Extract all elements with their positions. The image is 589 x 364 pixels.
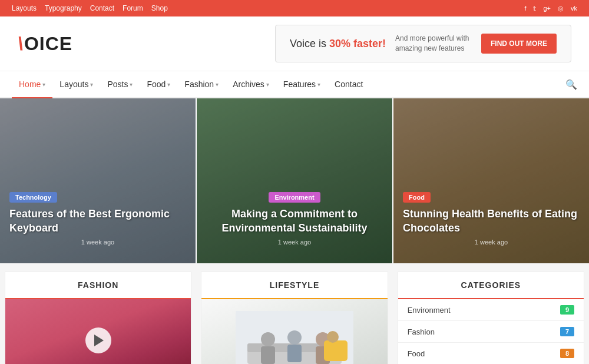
top-bar-social: f 𝕥 g+ ◎ vk xyxy=(524,5,577,12)
logo-text: OICE xyxy=(24,33,72,55)
category-list: Environment 9 Fashion 7 Food 8 Lifestyle… xyxy=(398,299,584,364)
nav-item-features[interactable]: Features ▾ xyxy=(276,71,327,97)
chevron-down-icon: ▾ xyxy=(216,81,219,88)
svg-rect-6 xyxy=(287,345,302,362)
nav-items: Home ▾ Layouts ▾ Posts ▾ Food ▾ Fashion … xyxy=(12,71,370,97)
hero-meta-3: 1 week ago xyxy=(403,239,580,246)
category-name-food: Food xyxy=(408,349,425,358)
lifestyle-section: LIFESTYLE xyxy=(201,272,388,364)
hero-content-1: Technology Features of the Best Ergonomi… xyxy=(9,192,186,246)
googleplus-icon[interactable]: g+ xyxy=(543,5,551,12)
vk-icon[interactable]: vk xyxy=(571,5,577,12)
find-out-more-button[interactable]: FIND OUT MORE xyxy=(481,34,557,54)
category-name-fashion: Fashion xyxy=(408,327,435,336)
hero-tag-2: Environment xyxy=(269,192,320,203)
svg-point-5 xyxy=(287,330,302,345)
main-nav: Home ▾ Layouts ▾ Posts ▾ Food ▾ Fashion … xyxy=(0,71,589,98)
ad-highlight: 30% faster! xyxy=(329,38,386,49)
chevron-down-icon: ▾ xyxy=(90,81,93,88)
top-bar-nav: Layouts Typography Contact Forum Shop xyxy=(12,4,168,12)
header: \ OICE Voice is 30% faster! And more pow… xyxy=(0,16,589,71)
twitter-icon[interactable]: 𝕥 xyxy=(533,5,536,12)
ad-text: Voice is 30% faster! xyxy=(290,38,386,49)
nav-item-home[interactable]: Home ▾ xyxy=(12,71,52,98)
category-food[interactable]: Food 8 xyxy=(398,343,584,364)
svg-rect-9 xyxy=(324,340,348,361)
topbar-nav-shop[interactable]: Shop xyxy=(151,4,168,12)
nav-item-posts[interactable]: Posts ▾ xyxy=(100,71,140,97)
logo[interactable]: \ OICE xyxy=(18,33,72,55)
hero-title-1: Features of the Best Ergonomic Keyboard xyxy=(9,207,186,235)
svg-point-10 xyxy=(327,331,339,343)
nav-item-fashion[interactable]: Fashion ▾ xyxy=(177,71,226,97)
category-count-fashion: 7 xyxy=(560,327,574,336)
top-bar: Layouts Typography Contact Forum Shop f … xyxy=(0,0,589,16)
lifestyle-section-header: LIFESTYLE xyxy=(201,272,387,299)
nav-item-archives[interactable]: Archives ▾ xyxy=(226,71,276,97)
hero-meta-1: 1 week ago xyxy=(9,239,186,246)
topbar-nav-forum[interactable]: Forum xyxy=(123,4,143,12)
chevron-down-icon: ▾ xyxy=(317,81,320,88)
hero-title-2: Making a Commitment to Environmental Sus… xyxy=(206,207,383,235)
hero-title-3: Stunning Health Benefits of Eating Choco… xyxy=(403,207,580,235)
category-fashion[interactable]: Fashion 7 xyxy=(398,321,584,343)
hero-content-2: Environment Making a Commitment to Envir… xyxy=(206,192,383,246)
hero-slide-1[interactable]: Technology Features of the Best Ergonomi… xyxy=(0,98,196,263)
category-count-food: 8 xyxy=(560,349,574,358)
svg-point-3 xyxy=(261,332,275,346)
fashion-section-header: FASHION xyxy=(5,272,191,299)
svg-rect-4 xyxy=(261,346,275,364)
category-count-environment: 9 xyxy=(560,305,574,315)
play-button[interactable] xyxy=(85,327,111,353)
hero-meta-2: 1 week ago xyxy=(206,239,383,246)
hero-slide-2[interactable]: Environment Making a Commitment to Envir… xyxy=(196,98,393,263)
ad-sub: And more powerful with amazing new featu… xyxy=(395,34,472,54)
chevron-down-icon: ▾ xyxy=(266,81,269,88)
hero-tag-1: Technology xyxy=(9,192,57,203)
hero-content-3: Food Stunning Health Benefits of Eating … xyxy=(403,192,580,246)
categories-header: CATEGORIES xyxy=(398,272,584,299)
bottom-sections: FASHION LIFESTYLE xyxy=(0,263,589,364)
lifestyle-illustration xyxy=(236,311,353,364)
fashion-section: FASHION xyxy=(5,272,191,364)
lifestyle-image xyxy=(201,299,387,364)
search-icon[interactable]: 🔍 xyxy=(565,79,577,90)
categories-section: CATEGORIES Environment 9 Fashion 7 Food … xyxy=(398,272,584,364)
category-name-environment: Environment xyxy=(408,306,451,315)
logo-v: \ xyxy=(18,33,24,55)
hero-slider: Technology Features of the Best Ergonomi… xyxy=(0,98,589,263)
topbar-nav-layouts[interactable]: Layouts xyxy=(12,4,37,12)
hero-tag-3: Food xyxy=(403,192,431,203)
chevron-down-icon: ▾ xyxy=(42,81,45,88)
play-icon xyxy=(94,335,104,346)
chevron-down-icon: ▾ xyxy=(167,81,170,88)
facebook-icon[interactable]: f xyxy=(524,5,526,12)
topbar-nav-contact[interactable]: Contact xyxy=(90,4,114,12)
category-environment[interactable]: Environment 9 xyxy=(398,299,584,321)
topbar-nav-typography[interactable]: Typography xyxy=(45,4,82,12)
nav-item-food[interactable]: Food ▾ xyxy=(140,71,177,97)
hero-slide-3[interactable]: Food Stunning Health Benefits of Eating … xyxy=(393,98,589,263)
nav-item-contact[interactable]: Contact xyxy=(327,71,370,97)
nav-item-layouts[interactable]: Layouts ▾ xyxy=(52,71,100,97)
fashion-image xyxy=(5,299,191,364)
instagram-icon[interactable]: ◎ xyxy=(558,5,564,12)
chevron-down-icon: ▾ xyxy=(130,81,133,88)
ad-banner: Voice is 30% faster! And more powerful w… xyxy=(275,25,571,62)
